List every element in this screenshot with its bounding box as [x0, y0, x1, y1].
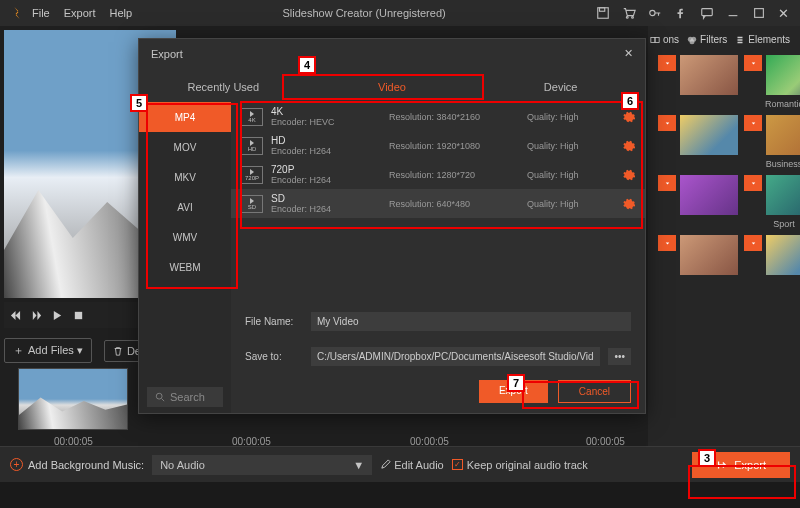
- asset-card[interactable]: [658, 235, 738, 275]
- format-sidebar: MP4 MOV MKV AVI WMV WEBM Search: [139, 102, 231, 413]
- filename-input[interactable]: [311, 312, 631, 331]
- cart-icon[interactable]: [622, 6, 636, 20]
- keep-audio-checkbox[interactable]: ✓ Keep original audio track: [452, 459, 588, 471]
- key-icon[interactable]: [648, 6, 662, 20]
- preset-row[interactable]: 4K4KEncoder: HEVCResolution: 3840*2160Qu…: [231, 102, 645, 131]
- svg-rect-6: [755, 9, 764, 18]
- export-dialog: Export ✕ Recently Used Video Device MP4 …: [138, 38, 646, 414]
- preset-quality: Quality: High: [527, 141, 614, 151]
- tab-device[interactable]: Device: [476, 72, 645, 102]
- stop-icon[interactable]: [73, 310, 84, 321]
- format-mp4[interactable]: MP4: [139, 102, 231, 132]
- dialog-close-icon[interactable]: ✕: [624, 47, 633, 60]
- minimize-icon[interactable]: [726, 6, 740, 20]
- filename-label: File Name:: [245, 316, 303, 327]
- asset-card[interactable]: [744, 235, 800, 275]
- asset-card[interactable]: [658, 55, 738, 109]
- timeline-thumb[interactable]: [18, 368, 128, 430]
- preset-row[interactable]: HDHDEncoder: H264Resolution: 1920*1080Qu…: [231, 131, 645, 160]
- footer-bar: + Add Background Music: No Audio▼ Edit A…: [0, 446, 800, 482]
- preset-resolution: Resolution: 1920*1080: [389, 141, 519, 151]
- tab-recently-used[interactable]: Recently Used: [139, 72, 308, 102]
- menu-file[interactable]: File: [32, 7, 50, 19]
- gear-icon[interactable]: [622, 197, 635, 210]
- gear-icon[interactable]: [622, 110, 635, 123]
- add-bgm-button[interactable]: + Add Background Music:: [10, 458, 144, 471]
- asset-card[interactable]: [658, 175, 738, 229]
- download-icon[interactable]: [658, 175, 676, 191]
- download-icon[interactable]: [658, 235, 676, 251]
- prev-icon[interactable]: [10, 310, 21, 321]
- download-icon[interactable]: [744, 235, 762, 251]
- svg-rect-1: [600, 8, 605, 12]
- tab-transitions[interactable]: ons: [650, 34, 679, 45]
- preset-encoder: Encoder: HEVC: [271, 117, 381, 127]
- preset-row[interactable]: SDSDEncoder: H264Resolution: 640*480Qual…: [231, 189, 645, 218]
- add-files-button[interactable]: ＋Add Files ▾: [4, 338, 92, 363]
- tab-elements[interactable]: Elements: [735, 34, 790, 45]
- download-icon[interactable]: [658, 115, 676, 131]
- dialog-title: Export: [151, 48, 183, 60]
- preset-encoder: Encoder: H264: [271, 204, 381, 214]
- search-icon: [155, 392, 165, 402]
- tab-filters[interactable]: Filters: [687, 34, 727, 45]
- gear-icon[interactable]: [622, 139, 635, 152]
- svg-rect-7: [75, 311, 82, 318]
- menu-export[interactable]: Export: [64, 7, 96, 19]
- facebook-icon[interactable]: [674, 6, 688, 20]
- dialog-cancel-button[interactable]: Cancel: [558, 380, 631, 403]
- maximize-icon[interactable]: [752, 6, 766, 20]
- play-icon[interactable]: [31, 310, 42, 321]
- preset-icon: HD: [241, 137, 263, 155]
- preset-name: 4K: [271, 106, 381, 117]
- saveto-input[interactable]: [311, 347, 600, 366]
- menu-help[interactable]: Help: [110, 7, 133, 19]
- svg-rect-8: [651, 37, 655, 42]
- format-webm[interactable]: WEBM: [139, 252, 231, 282]
- timestamp: 00:00:05: [410, 436, 449, 447]
- app-logo: [8, 4, 26, 22]
- asset-card[interactable]: Sport: [744, 175, 800, 229]
- title-bar: File Export Help Slideshow Creator (Unre…: [0, 0, 800, 26]
- preset-name: HD: [271, 135, 381, 146]
- export-button[interactable]: Export: [692, 452, 790, 478]
- asset-card[interactable]: Business: [744, 115, 800, 169]
- dialog-export-button[interactable]: Export: [479, 380, 548, 403]
- format-mov[interactable]: MOV: [139, 132, 231, 162]
- close-icon[interactable]: ✕: [778, 6, 792, 20]
- export-icon: [716, 459, 728, 471]
- edit-audio-button[interactable]: Edit Audio: [380, 459, 444, 471]
- download-icon[interactable]: [658, 55, 676, 71]
- preset-icon: 4K: [241, 108, 263, 126]
- preset-icon: SD: [241, 195, 263, 213]
- format-avi[interactable]: AVI: [139, 192, 231, 222]
- preset-resolution: Resolution: 640*480: [389, 199, 519, 209]
- svg-rect-5: [702, 9, 713, 16]
- preset-resolution: Resolution: 1280*720: [389, 170, 519, 180]
- format-wmv[interactable]: WMV: [139, 222, 231, 252]
- format-search[interactable]: Search: [147, 387, 223, 407]
- preset-row[interactable]: 720P720PEncoder: H264Resolution: 1280*72…: [231, 160, 645, 189]
- save-icon[interactable]: [596, 6, 610, 20]
- preset-encoder: Encoder: H264: [271, 146, 381, 156]
- preset-list: 4K4KEncoder: HEVCResolution: 3840*2160Qu…: [231, 102, 645, 413]
- format-mkv[interactable]: MKV: [139, 162, 231, 192]
- assets-panel: ons Filters Elements Romantic Business S…: [648, 26, 800, 446]
- preset-icon: 720P: [241, 166, 263, 184]
- download-icon[interactable]: [744, 175, 762, 191]
- download-icon[interactable]: [744, 55, 762, 71]
- play2-icon[interactable]: [52, 310, 63, 321]
- tab-video[interactable]: Video: [308, 72, 477, 102]
- asset-label: Romantic: [744, 99, 800, 109]
- preset-encoder: Encoder: H264: [271, 175, 381, 185]
- feedback-icon[interactable]: [700, 6, 714, 20]
- download-icon[interactable]: [744, 115, 762, 131]
- gear-icon[interactable]: [622, 168, 635, 181]
- browse-button[interactable]: •••: [608, 348, 631, 365]
- audio-select[interactable]: No Audio▼: [152, 455, 372, 475]
- svg-point-4: [650, 10, 655, 15]
- asset-card[interactable]: Romantic: [744, 55, 800, 109]
- svg-point-2: [626, 17, 628, 19]
- timestamp: 00:00:05: [54, 436, 93, 447]
- asset-card[interactable]: [658, 115, 738, 169]
